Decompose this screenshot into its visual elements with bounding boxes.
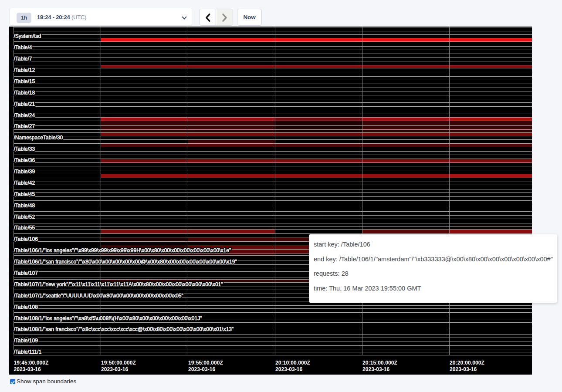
svg-text:/Table/106/1/"san francisco"/": /Table/106/1/"san francisco"/"\x80\x00\x…	[14, 259, 237, 265]
svg-text:2023-03-16: 2023-03-16	[188, 366, 216, 372]
svg-text:/Table/18: /Table/18	[14, 90, 35, 96]
svg-text:/Table/52: /Table/52	[14, 214, 35, 220]
svg-text:/Table/107: /Table/107	[14, 270, 38, 276]
svg-text:/Table/15: /Table/15	[14, 78, 35, 84]
svg-text:/Table/108/1/"los angeles"/"\x: /Table/108/1/"los angeles"/"\xa8\xf5\u00…	[14, 315, 202, 321]
svg-text:/Table/21: /Table/21	[14, 101, 35, 107]
svg-text:/Table/39: /Table/39	[14, 169, 35, 175]
svg-text:2023-03-16: 2023-03-16	[14, 366, 41, 372]
svg-text:/Table/108/1/"san francisco"/": /Table/108/1/"san francisco"/"\x8c\xcc\x…	[14, 326, 234, 332]
svg-text:20:20:00.000Z: 20:20:00.000Z	[450, 360, 484, 366]
svg-text:2023-03-16: 2023-03-16	[450, 366, 477, 372]
svg-text:2023-03-16: 2023-03-16	[101, 366, 129, 372]
svg-text:/Table/48: /Table/48	[14, 203, 35, 209]
svg-text:/Table/109: /Table/109	[14, 338, 38, 344]
svg-text:2023-03-16: 2023-03-16	[362, 366, 390, 372]
svg-text:/Table/7: /Table/7	[14, 56, 32, 62]
svg-text:19:50:00.000Z: 19:50:00.000Z	[101, 360, 136, 366]
svg-text:/NamespaceTable/30: /NamespaceTable/30	[14, 135, 63, 141]
svg-text:/Table/108: /Table/108	[14, 304, 38, 310]
svg-text:/Table/33: /Table/33	[14, 146, 35, 152]
svg-text:/Table/107/1/"seattle"/"UUUUUU: /Table/107/1/"seattle"/"UUUUUUD\x00\x80\…	[14, 293, 183, 299]
svg-text:/Table/27: /Table/27	[14, 123, 35, 129]
svg-text:19:45:00.000Z: 19:45:00.000Z	[14, 360, 49, 366]
svg-text:20:15:00.000Z: 20:15:00.000Z	[362, 360, 397, 366]
svg-text:/Table/107/1/"new york"/"\x11\: /Table/107/1/"new york"/"\x11\x11\x11\x1…	[14, 281, 223, 287]
svg-text:/Table/4: /Table/4	[14, 44, 32, 51]
svg-text:/Table/106/1/"los angeles"/"\x: /Table/106/1/"los angeles"/"\x99\x99\x99…	[14, 247, 231, 253]
svg-text:20:10:00.000Z: 20:10:00.000Z	[275, 360, 310, 366]
svg-text:/Table/55: /Table/55	[14, 225, 35, 231]
svg-text:/Table/45: /Table/45	[14, 191, 35, 197]
svg-text:/Table/36: /Table/36	[14, 157, 35, 163]
svg-text:2023-03-16: 2023-03-16	[275, 366, 303, 372]
svg-text:/Table/111/1: /Table/111/1	[14, 349, 42, 355]
svg-text:19:55:00.000Z: 19:55:00.000Z	[188, 360, 223, 366]
svg-text:/System/tsd: /System/tsd	[14, 33, 41, 39]
svg-text:/Table/24: /Table/24	[14, 112, 35, 118]
svg-text:/Table/106: /Table/106	[14, 236, 38, 242]
svg-text:/Table/12: /Table/12	[14, 67, 35, 73]
svg-text:/Table/42: /Table/42	[14, 180, 35, 186]
